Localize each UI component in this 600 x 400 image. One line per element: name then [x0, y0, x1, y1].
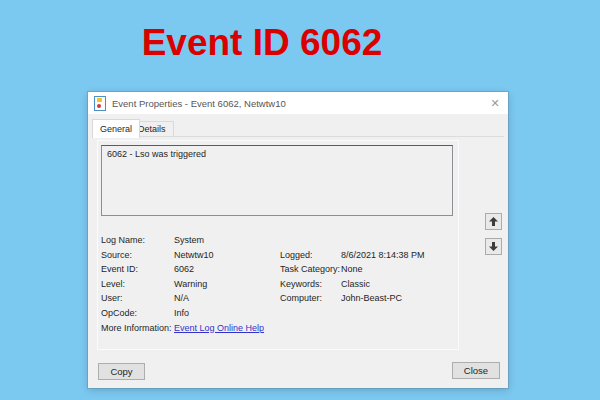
field-value: John-Beast-PC [341, 291, 402, 306]
field-log-name: Log Name:System [101, 233, 341, 248]
field-opcode: OpCode:Info [101, 306, 341, 321]
field-label: Computer: [280, 291, 341, 306]
field-value: N/A [174, 291, 189, 306]
field-value: 6062 [174, 262, 194, 277]
field-label: User: [101, 291, 174, 306]
event-log-online-help-link[interactable]: Event Log Online Help [174, 321, 264, 336]
event-properties-dialog: Event Properties - Event 6062, Netwtw10 … [88, 92, 508, 388]
previous-event-button[interactable] [485, 213, 502, 230]
event-description-text: 6062 - Lso was triggered [107, 149, 206, 159]
field-label: OpCode: [101, 306, 174, 321]
field-label: Log Name: [101, 233, 174, 248]
field-label: Keywords: [280, 277, 341, 292]
field-value: None [341, 262, 363, 277]
field-label: More Information: [101, 321, 174, 336]
event-fields-right: Logged:8/6/2021 8:14:38 PM Task Category… [280, 248, 452, 306]
field-value: Info [174, 306, 189, 321]
field-value: Netwtw10 [174, 248, 214, 263]
field-label: Source: [101, 248, 174, 263]
field-task-category: Task Category:None [280, 262, 452, 277]
next-event-button[interactable] [485, 238, 502, 255]
field-logged: Logged:8/6/2021 8:14:38 PM [280, 248, 452, 263]
tab-general[interactable]: General [92, 119, 140, 138]
general-tab-panel: 6062 - Lso was triggered Log Name:System… [97, 140, 459, 350]
dialog-titlebar: Event Properties - Event 6062, Netwtw10 … [88, 92, 508, 114]
field-keywords: Keywords:Classic [280, 277, 452, 292]
field-label: Event ID: [101, 262, 174, 277]
up-arrow-icon [488, 216, 499, 227]
field-more-information: More Information:Event Log Online Help [101, 321, 341, 336]
page-title: Event ID 6062 [62, 22, 462, 64]
field-value: Classic [341, 277, 370, 292]
close-icon[interactable]: ✕ [482, 92, 508, 114]
event-viewer-log-icon [94, 96, 106, 110]
event-description-box[interactable]: 6062 - Lso was triggered [101, 145, 453, 216]
field-value: 8/6/2021 8:14:38 PM [341, 248, 425, 263]
down-arrow-icon [488, 241, 499, 252]
close-button[interactable]: Close [452, 362, 500, 379]
copy-button[interactable]: Copy [98, 363, 145, 380]
field-label: Task Category: [280, 262, 341, 277]
field-value: System [174, 233, 204, 248]
dialog-title: Event Properties - Event 6062, Netwtw10 [112, 98, 482, 109]
field-label: Level: [101, 277, 174, 292]
field-label: Logged: [280, 248, 341, 263]
field-computer: Computer:John-Beast-PC [280, 291, 452, 306]
tab-divider [92, 136, 504, 137]
field-value: Warning [174, 277, 207, 292]
